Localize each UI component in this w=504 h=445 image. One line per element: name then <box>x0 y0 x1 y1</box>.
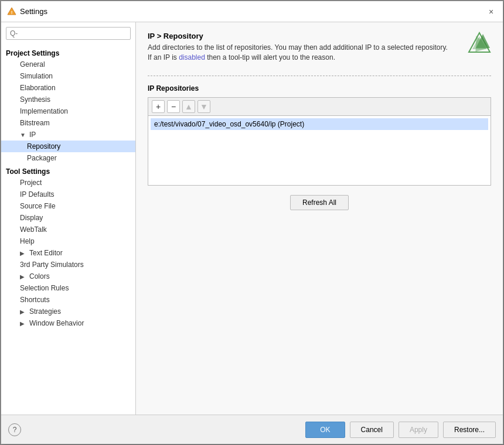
project-settings-header: Project Settings <box>1 47 135 59</box>
sidebar-item-elaboration[interactable]: Elaboration <box>1 82 135 94</box>
synthesis-label: Synthesis <box>20 95 50 104</box>
project-label: Project <box>20 179 42 187</box>
restore-button[interactable]: Restore... <box>443 422 496 438</box>
panel-title-area: IP > Repository Add directories to the l… <box>148 32 468 63</box>
source-file-label: Source File <box>20 202 56 210</box>
section-divider <box>148 76 491 76</box>
repo-list: e:/test/vivado/07_video_osd_ov5640/ip (P… <box>148 115 491 186</box>
window-behavior-arrow-icon: ▶ <box>20 320 27 327</box>
footer-left: ? <box>8 423 21 436</box>
panel-header: IP > Repository Add directories to the l… <box>148 32 491 63</box>
panel-description: Add directories to the list of repositor… <box>148 43 452 63</box>
help-button[interactable]: ? <box>8 423 21 436</box>
sidebar-item-webtalk[interactable]: WebTalk <box>1 224 135 235</box>
sidebar-item-ip[interactable]: ▼ IP <box>1 129 135 141</box>
dialog-title: Settings <box>20 7 47 16</box>
sidebar-item-third-party[interactable]: 3rd Party Simulators <box>1 259 135 271</box>
svg-text:!: ! <box>11 10 13 15</box>
move-up-button[interactable]: ▲ <box>182 100 195 113</box>
strategies-arrow-icon: ▶ <box>20 309 27 315</box>
title-bar-left: ! Settings <box>7 7 47 16</box>
simulation-label: Simulation <box>20 72 53 80</box>
tool-settings-header: Tool Settings <box>1 164 135 177</box>
packager-label: Packager <box>27 154 57 162</box>
elaboration-label: Elaboration <box>20 84 56 92</box>
repo-list-item[interactable]: e:/test/vivado/07_video_osd_ov5640/ip (P… <box>151 118 488 130</box>
refresh-row: Refresh All <box>148 195 491 210</box>
ip-repositories-label: IP Repositories <box>148 84 491 93</box>
panel-title: IP > Repository <box>148 32 468 40</box>
settings-dialog: ! Settings × Project Settings General Si… <box>1 1 503 444</box>
sidebar-item-window-behavior[interactable]: ▶ Window Behavior <box>1 317 135 329</box>
app-icon: ! <box>7 7 16 16</box>
sidebar-item-ip-defaults[interactable]: IP Defaults <box>1 189 135 200</box>
implementation-label: Implementation <box>20 107 68 115</box>
ip-label: IP <box>29 131 36 139</box>
sidebar-item-selection-rules[interactable]: Selection Rules <box>1 282 135 294</box>
main-panel: IP > Repository Add directories to the l… <box>136 22 503 415</box>
shortcuts-label: Shortcuts <box>20 296 50 304</box>
close-button[interactable]: × <box>485 6 497 18</box>
apply-button[interactable]: Apply <box>399 422 438 438</box>
sidebar-item-project[interactable]: Project <box>1 177 135 189</box>
refresh-all-button[interactable]: Refresh All <box>290 195 349 210</box>
text-editor-label: Text Editor <box>29 249 63 257</box>
sidebar-item-colors[interactable]: ▶ Colors <box>1 271 135 282</box>
sidebar-item-synthesis[interactable]: Synthesis <box>1 94 135 105</box>
title-bar: ! Settings × <box>1 1 503 22</box>
add-repo-button[interactable]: + <box>152 100 165 113</box>
disabled-word: disabled <box>179 53 205 61</box>
sidebar-item-general[interactable]: General <box>1 59 135 70</box>
vivado-logo <box>468 32 491 55</box>
cancel-button[interactable]: Cancel <box>350 422 394 438</box>
bitstream-label: Bitstream <box>20 119 50 127</box>
help-label: Help <box>20 237 35 245</box>
sidebar-item-text-editor[interactable]: ▶ Text Editor <box>1 247 135 259</box>
sidebar-item-implementation[interactable]: Implementation <box>1 105 135 117</box>
dialog-body: Project Settings General Simulation Elab… <box>1 22 503 415</box>
general-label: General <box>20 60 45 69</box>
ip-arrow-icon: ▼ <box>20 132 27 138</box>
sidebar-item-help[interactable]: Help <box>1 235 135 247</box>
sidebar-item-display[interactable]: Display <box>1 212 135 224</box>
move-down-button[interactable]: ▼ <box>197 100 210 113</box>
dialog-footer: ? OK Cancel Apply Restore... <box>1 415 503 444</box>
display-label: Display <box>20 214 43 222</box>
third-party-label: 3rd Party Simulators <box>20 261 84 269</box>
webtalk-label: WebTalk <box>20 225 47 234</box>
text-editor-arrow-icon: ▶ <box>20 250 27 256</box>
sidebar-item-bitstream[interactable]: Bitstream <box>1 117 135 129</box>
ip-defaults-label: IP Defaults <box>20 190 54 198</box>
selection-rules-label: Selection Rules <box>20 284 69 292</box>
sidebar-item-strategies[interactable]: ▶ Strategies <box>1 306 135 317</box>
window-behavior-label: Window Behavior <box>29 319 84 327</box>
sidebar: Project Settings General Simulation Elab… <box>1 22 136 415</box>
search-input[interactable] <box>6 27 131 40</box>
sidebar-item-source-file[interactable]: Source File <box>1 200 135 212</box>
colors-arrow-icon: ▶ <box>20 273 27 280</box>
sidebar-item-simulation[interactable]: Simulation <box>1 70 135 82</box>
repository-label: Repository <box>27 142 60 150</box>
ok-button[interactable]: OK <box>305 422 345 438</box>
sidebar-item-shortcuts[interactable]: Shortcuts <box>1 294 135 306</box>
strategies-label: Strategies <box>29 307 61 316</box>
repo-toolbar: + − ▲ ▼ <box>148 97 491 115</box>
sidebar-item-packager[interactable]: Packager <box>1 152 135 164</box>
colors-label: Colors <box>29 272 50 280</box>
sidebar-item-repository[interactable]: Repository <box>1 141 135 152</box>
remove-repo-button[interactable]: − <box>167 100 180 113</box>
footer-right: OK Cancel Apply Restore... <box>305 422 496 438</box>
